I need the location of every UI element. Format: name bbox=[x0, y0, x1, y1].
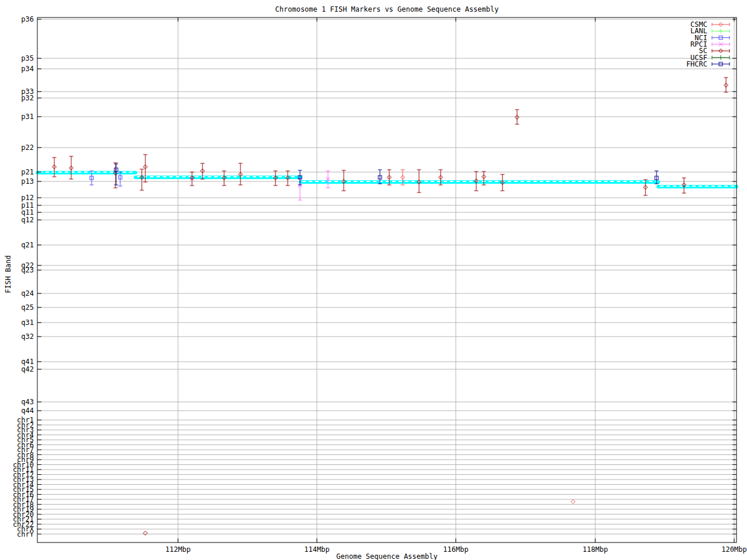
y-tick-label: p35 bbox=[21, 54, 34, 62]
y-tick-label: q11 bbox=[21, 208, 34, 216]
plot-border bbox=[37, 18, 736, 542]
plot-area: p36p35p34p33p32p31p22p21p13p12p11q11q12q… bbox=[0, 0, 747, 560]
y-tick-label: q21 bbox=[21, 241, 34, 249]
legend-label-fhcrc: FHCRC bbox=[686, 60, 707, 68]
y-tick-label: p34 bbox=[21, 65, 34, 73]
y-tick-label: q42 bbox=[21, 365, 34, 373]
chart-title: Chromosome 1 FISH Markers vs Genome Sequ… bbox=[37, 5, 736, 13]
y-tick-label: p21 bbox=[21, 168, 34, 176]
y-tick-label: q41 bbox=[21, 358, 34, 366]
y-tick-label: p12 bbox=[21, 194, 34, 202]
x-axis-title: Genome Sequence Assembly bbox=[37, 552, 736, 560]
y-tick-label: q23 bbox=[21, 266, 34, 274]
y-tick-label: p32 bbox=[21, 94, 34, 102]
y-tick-label: p31 bbox=[21, 113, 34, 121]
y-tick-label: q25 bbox=[21, 303, 34, 312]
y-tick-label: q12 bbox=[21, 216, 34, 224]
sc-point bbox=[144, 531, 148, 536]
y-tick-label: p13 bbox=[21, 177, 34, 186]
y-tick-label: q43 bbox=[21, 398, 34, 406]
y-tick-label: q32 bbox=[21, 332, 34, 341]
y-tick-label: p22 bbox=[21, 144, 34, 152]
y-tick-label: q24 bbox=[21, 289, 34, 298]
y-tick-label: chrY bbox=[17, 530, 34, 538]
y-axis-title: FISH Band bbox=[4, 239, 12, 309]
y-tick-label: p36 bbox=[21, 15, 34, 23]
y-tick-label: q44 bbox=[21, 407, 34, 415]
chart-canvas: Chromosome 1 FISH Markers vs Genome Sequ… bbox=[0, 0, 747, 560]
y-tick-label: q31 bbox=[21, 318, 34, 327]
csmc-point bbox=[571, 500, 575, 504]
